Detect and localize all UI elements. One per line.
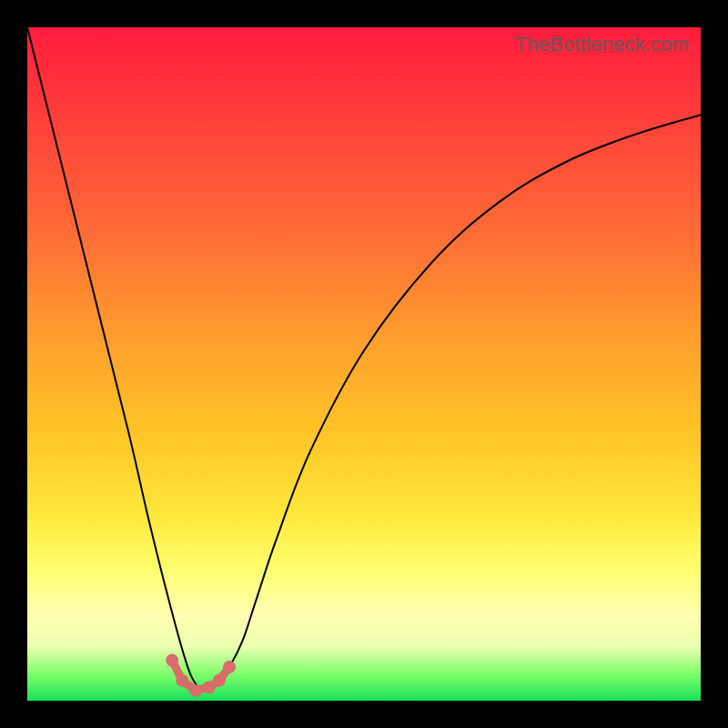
- chart-frame: TheBottleneck.com: [0, 0, 728, 728]
- marker-dot: [176, 674, 188, 687]
- bottleneck-curve: [27, 27, 701, 691]
- marker-dot: [166, 654, 178, 667]
- marker-dot: [223, 661, 236, 673]
- chart-svg: [27, 27, 701, 701]
- marker-dot: [213, 674, 226, 687]
- plot-area: TheBottleneck.com: [27, 27, 701, 701]
- marker-dot: [189, 684, 202, 697]
